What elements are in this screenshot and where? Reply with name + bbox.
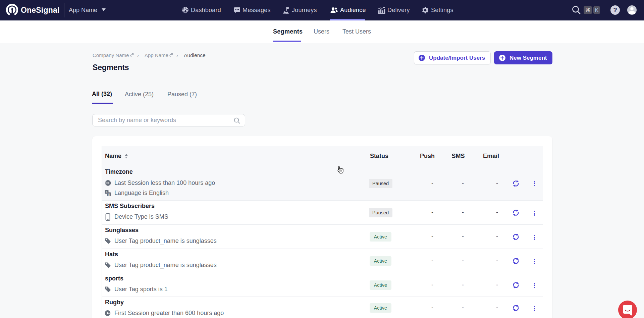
svg-text:文: 文 xyxy=(108,193,111,196)
